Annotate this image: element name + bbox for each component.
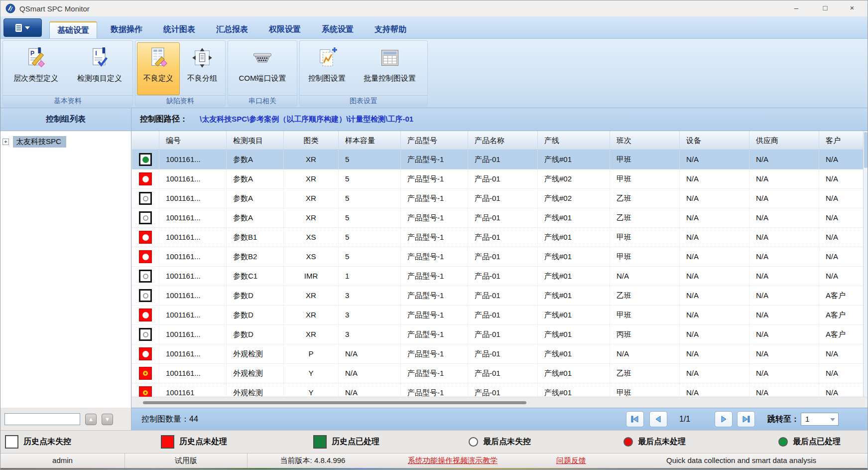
table-cell: 产品型号-1 (401, 306, 468, 324)
table-cell: 产品型号-1 (401, 286, 468, 305)
last-page-button[interactable] (737, 411, 755, 427)
table-cell: 产品型号-1 (401, 169, 468, 188)
tab-basic-settings[interactable]: 基础设置 (49, 21, 97, 38)
table-row[interactable]: 1001161...参数AXR5产品型号-1产品-01产线#02甲班N/AN/A… (132, 169, 864, 189)
tab-permission-settings[interactable]: 权限设置 (261, 21, 308, 38)
table-cell: 产线#01 (538, 228, 610, 247)
doc-pencil-icon: P (25, 47, 47, 69)
table-cell: N/A (819, 267, 864, 286)
previous-page-button[interactable] (649, 411, 667, 427)
horizontal-scrollbar[interactable] (132, 397, 868, 408)
table-row[interactable]: 1001161...外观检测PN/A产品型号-1产品-01产线#01N/AN/A… (132, 344, 864, 364)
column-header[interactable]: 图类 (284, 131, 339, 150)
column-header[interactable]: 班次 (610, 131, 680, 150)
red-dot-status-icon (139, 250, 152, 263)
table-cell: 1001161... (159, 325, 227, 344)
tree-search-input[interactable] (4, 413, 80, 425)
tab-summary-reports[interactable]: 汇总报表 (209, 21, 255, 38)
search-up-button[interactable]: ▲ (85, 414, 97, 425)
search-down-button[interactable]: ▼ (102, 414, 113, 425)
table-cell: N/A (819, 150, 864, 169)
table-cell: 1001161... (159, 208, 227, 227)
status-cell (132, 306, 159, 324)
first-page-button[interactable] (626, 411, 644, 427)
red-ring-status-icon (139, 367, 152, 380)
inspection-item-define-button[interactable]: I 检测项目定义 (68, 42, 131, 95)
column-header[interactable]: 客户 (819, 131, 864, 150)
tab-data-operations[interactable]: 数据操作 (103, 21, 150, 38)
table-row[interactable]: 1001161...参数B2XS5产品型号-1产品-01产线#01甲班N/AN/… (132, 247, 864, 267)
video-tutorial-link[interactable]: 系统功能操作视频演示教学 (408, 456, 497, 465)
vertical-scrollbar-thumb[interactable] (864, 132, 868, 168)
table-row[interactable]: 1001161...参数AXR5产品型号-1产品-01产线#02乙班N/AN/A… (132, 189, 864, 208)
table-cell: 1001161... (159, 286, 227, 305)
jump-to-page-select[interactable]: 1 (801, 413, 839, 426)
table-cell: N/A (749, 189, 819, 208)
feedback-link[interactable]: 问题反馈 (556, 456, 586, 465)
table-cell: N/A (819, 383, 864, 397)
table-row[interactable]: 1001161...参数B1XS5产品型号-1产品-01产线#01甲班N/AN/… (132, 228, 864, 247)
table-cell: 产品型号-1 (401, 267, 468, 286)
table-cell: 产品-01 (468, 383, 538, 397)
table-row[interactable]: 1001161...参数DXR3产品型号-1产品-01产线#01乙班N/AN/A… (132, 286, 864, 306)
tree-item-root[interactable]: + 太友科技SPC (2, 136, 66, 148)
table-row[interactable]: 1001161...参数AXR5产品型号-1产品-01产线#01甲班N/AN/A… (132, 150, 864, 169)
tree-expander-icon[interactable]: + (2, 139, 9, 145)
column-header[interactable]: 产品型号 (401, 131, 468, 150)
statusbar-edition: 试用版 (125, 454, 248, 468)
table-cell: XR (284, 150, 339, 169)
table-row[interactable]: 1001161...参数C1IMR1产品型号-1产品-01产线#01N/AN/A… (132, 267, 864, 286)
maximize-button[interactable]: □ (814, 0, 837, 16)
table-cell: 产品型号-1 (401, 383, 468, 397)
tab-system-settings[interactable]: 系统设置 (314, 21, 361, 38)
control-chart-settings-button[interactable]: 控制图设置 (301, 42, 353, 95)
table-cell: N/A (680, 383, 749, 397)
close-button[interactable]: × (841, 0, 864, 16)
table-row[interactable]: 1001161...参数AXR5产品型号-1产品-01产线#01乙班N/AN/A… (132, 208, 864, 228)
tab-support-help[interactable]: 支持帮助 (367, 21, 414, 38)
tab-statistics-charts[interactable]: 统计图表 (156, 21, 203, 38)
column-header[interactable]: 产线 (538, 131, 610, 150)
table-cell: XS (284, 247, 339, 266)
window-title: QSmart SPC Monitor (19, 4, 90, 13)
table-cell: 产品-01 (468, 344, 538, 363)
column-header[interactable]: 供应商 (749, 131, 819, 150)
legend-square-swatch (5, 435, 18, 449)
column-header[interactable] (132, 131, 159, 150)
table-row[interactable]: 1001161外观检测YN/A产品型号-1产品-01产线#01甲班N/AN/AN… (132, 383, 864, 397)
table-cell: N/A (680, 306, 749, 324)
next-page-button[interactable] (715, 411, 733, 427)
app-menu-button[interactable] (3, 18, 42, 37)
green-dot-status-icon (139, 153, 152, 166)
table-cell: XS (284, 228, 339, 247)
horizontal-scrollbar-thumb[interactable] (143, 401, 526, 404)
tree-root-label[interactable]: 太友科技SPC (13, 136, 66, 148)
column-header[interactable]: 检测项目 (227, 131, 284, 150)
table-cell: 产品-01 (468, 208, 538, 227)
table-row[interactable]: 1001161...参数DXR3产品型号-1产品-01产线#01丙班N/AN/A… (132, 325, 864, 344)
legend-label: 历史点未处理 (179, 437, 227, 447)
minimize-button[interactable]: – (785, 0, 808, 16)
batch-control-chart-settings-button[interactable]: 批量控制图设置 (354, 42, 426, 95)
table-cell: N/A (610, 267, 680, 286)
table-cell: N/A (749, 228, 819, 247)
table-row[interactable]: 1001161...外观检测YN/A产品型号-1产品-01产线#01乙班N/AN… (132, 364, 864, 383)
table-cell: N/A (610, 344, 680, 363)
table-cell: 丙班 (610, 325, 680, 344)
table-grid-icon (379, 47, 401, 69)
column-header[interactable]: 产品名称 (468, 131, 538, 150)
chevron-down-icon (25, 26, 30, 29)
table-cell: A客户 (819, 306, 864, 324)
table-cell: XR (284, 306, 339, 324)
hierarchy-type-define-button[interactable]: P 层次类型定义 (4, 42, 67, 95)
column-header[interactable]: 样本容量 (339, 131, 401, 150)
table-row[interactable]: 1001161...参数DXR3产品型号-1产品-01产线#01甲班N/AN/A… (132, 306, 864, 325)
table-cell: 产品型号-1 (401, 325, 468, 344)
column-header[interactable]: 编号 (159, 131, 227, 150)
defect-define-button[interactable]: 不良定义 (137, 42, 180, 95)
defect-group-button[interactable]: 不良分组 (181, 42, 224, 95)
status-cell (132, 383, 159, 397)
column-header[interactable]: 设备 (680, 131, 749, 150)
com-port-settings-button[interactable]: COM端口设置 (230, 42, 295, 95)
vertical-scrollbar[interactable] (863, 131, 868, 397)
